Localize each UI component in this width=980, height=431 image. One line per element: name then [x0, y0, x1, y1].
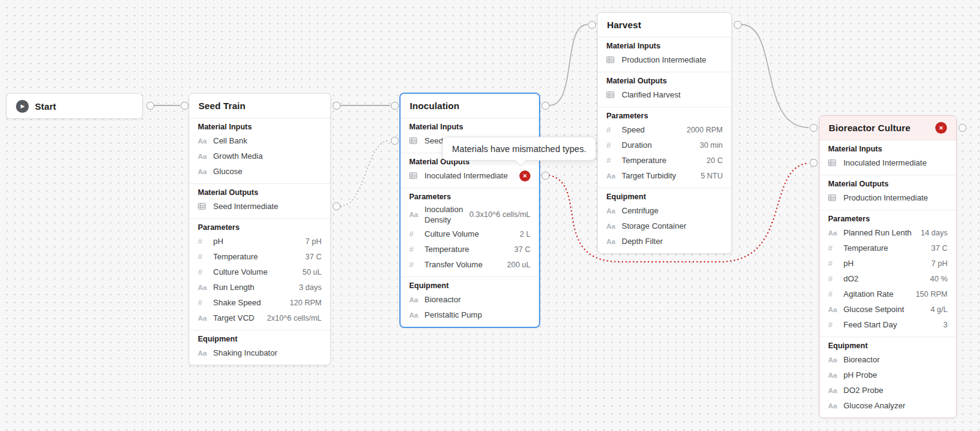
node-bioreactor-culture[interactable]: Bioreactor Culture ✕ Material Inputs Ino…: [819, 115, 957, 418]
row-name: Glucose Analyzer: [843, 400, 948, 411]
row-storage-container[interactable]: Aa Storage Container: [598, 218, 731, 234]
section-material-inputs: Material Inputs Production Intermediate: [598, 37, 731, 72]
number-icon: #: [606, 140, 617, 150]
row-value: 37 C: [306, 253, 322, 261]
row-name: Duration: [622, 140, 695, 150]
port-bioreactor-in-flow[interactable]: [810, 124, 818, 132]
port-inoculation-in-flow[interactable]: [391, 102, 399, 110]
row-name: pH: [213, 236, 301, 246]
node-header[interactable]: Harvest: [598, 13, 731, 37]
row-depth-filter[interactable]: Aa Depth Filter: [598, 234, 731, 249]
port-seed-train-in[interactable]: [181, 102, 189, 110]
node-header[interactable]: Seed Train: [189, 94, 330, 118]
row-ph-probe[interactable]: Aa pH Probe: [820, 367, 956, 383]
port-inoculation-out-material[interactable]: [541, 172, 549, 180]
port-start-out[interactable]: [146, 102, 154, 110]
row-glucose-setpoint[interactable]: Aa Glucose Setpoint 4 g/L: [820, 302, 956, 317]
row-growth-media[interactable]: Aa Growth Media: [189, 148, 330, 164]
row-shaking-incubator[interactable]: Aa Shaking Incubator: [189, 345, 330, 360]
edge-e4[interactable]: [549, 25, 587, 105]
section-label: Parameters: [820, 213, 956, 225]
row-bioreactor[interactable]: Aa Bioreactor: [820, 352, 956, 367]
flow-canvas[interactable]: Materials have mismatched types. ▶ Start…: [0, 0, 980, 431]
row-inoculated-intermediate[interactable]: Inoculated Intermediate: [820, 155, 956, 170]
port-bioreactor-out[interactable]: [959, 124, 967, 132]
edge-e6[interactable]: [742, 25, 809, 128]
row-value: 14 days: [921, 229, 948, 237]
number-icon: #: [409, 245, 420, 254]
row-ph[interactable]: # pH 7 pH: [820, 256, 956, 271]
edge-e3[interactable]: [341, 140, 390, 206]
row-planned-run-lenth[interactable]: Aa Planned Run Lenth 14 days: [820, 225, 956, 240]
row-agitation-rate[interactable]: # Agitation Rate 150 RPM: [820, 286, 956, 302]
row-speed[interactable]: # Speed 2000 RPM: [598, 122, 731, 137]
row-temperature[interactable]: # Temperature 37 C: [820, 240, 956, 256]
node-title: Seed Train: [198, 101, 246, 111]
node-header[interactable]: Bioreactor Culture ✕: [820, 116, 956, 140]
row-name: Speed: [622, 124, 682, 135]
node-seed-train[interactable]: Seed Train Material Inputs Aa Cell Bank …: [189, 93, 331, 365]
node-title: Bioreactor Culture: [829, 123, 911, 133]
row-production-intermediate[interactable]: Production Intermediate: [820, 190, 956, 205]
row-feed-start-day[interactable]: # Feed Start Day 3: [820, 317, 956, 332]
row-clarified-harvest[interactable]: Clarified Harvest: [598, 87, 731, 102]
node-title: Inoculation: [410, 101, 459, 111]
row-temperature[interactable]: # Temperature 37 C: [401, 242, 539, 257]
row-value: 2 L: [520, 230, 530, 238]
row-centrifuge[interactable]: Aa Centrifuge: [598, 203, 731, 218]
port-harvest-in[interactable]: [588, 21, 596, 29]
node-harvest[interactable]: Harvest Material Inputs Production Inter…: [597, 12, 732, 254]
row-value: 3 days: [299, 283, 322, 292]
port-seed-train-out-flow[interactable]: [333, 102, 341, 110]
row-temperature[interactable]: # Temperature 20 C: [598, 153, 731, 168]
node-start[interactable]: ▶ Start: [6, 93, 143, 119]
row-bioreactor[interactable]: Aa Bioreactor: [401, 292, 539, 307]
port-harvest-out[interactable]: [734, 21, 742, 29]
row-glucose-analyzer[interactable]: Aa Glucose Analyzer: [820, 398, 956, 413]
port-inoculation-in-material[interactable]: [391, 137, 399, 145]
row-value: 0.3x10^6 cells/mL: [469, 210, 530, 219]
row-do2[interactable]: # dO2 40 %: [820, 271, 956, 286]
table-icon: [828, 194, 839, 201]
section-label: Parameters: [189, 222, 330, 234]
row-ph[interactable]: # pH 7 pH: [189, 234, 330, 249]
text-icon: Aa: [828, 356, 839, 364]
error-badge-icon[interactable]: ✕: [935, 122, 947, 134]
row-production-intermediate[interactable]: Production Intermediate: [598, 52, 731, 67]
section-label: Equipment: [401, 280, 539, 292]
text-icon: Aa: [828, 229, 839, 237]
row-name: Planned Run Lenth: [843, 227, 916, 238]
row-target-turbidity[interactable]: Aa Target Turbidity 5 NTU: [598, 168, 731, 183]
port-seed-train-out-material[interactable]: [333, 202, 341, 210]
node-inoculation[interactable]: Inoculation Material Inputs Seed Interme…: [400, 93, 540, 327]
row-culture-volume[interactable]: # Culture Volume 2 L: [401, 226, 539, 242]
row-inoculated-intermediate[interactable]: Inoculated Intermediate ✕: [401, 168, 539, 183]
row-name: Inoculation Density: [424, 204, 465, 225]
port-bioreactor-in-material[interactable]: [810, 159, 818, 167]
row-name: pH Probe: [843, 370, 948, 380]
row-seed-intermediate[interactable]: Seed Intermediate: [189, 199, 330, 214]
text-icon: Aa: [828, 372, 839, 379]
row-name: Shake Speed: [213, 297, 285, 308]
row-duration[interactable]: # Duration 30 min: [598, 137, 731, 153]
row-run-length[interactable]: Aa Run Length 3 days: [189, 280, 330, 295]
row-temperature[interactable]: # Temperature 37 C: [189, 249, 330, 264]
row-shake-speed[interactable]: # Shake Speed 120 RPM: [189, 295, 330, 310]
section-label: Material Inputs: [401, 121, 539, 133]
node-header[interactable]: ▶ Start: [7, 94, 142, 118]
row-cell-bank[interactable]: Aa Cell Bank: [189, 133, 330, 148]
row-glucose[interactable]: Aa Glucose: [189, 164, 330, 179]
row-name: Inoculated Intermediate: [424, 170, 515, 181]
text-icon: Aa: [198, 168, 209, 175]
row-culture-volume[interactable]: # Culture Volume 50 uL: [189, 264, 330, 280]
row-transfer-volume[interactable]: # Transfer Volume 200 uL: [401, 257, 539, 272]
row-do2-probe[interactable]: Aa DO2 Probe: [820, 383, 956, 398]
error-badge-icon[interactable]: ✕: [519, 170, 530, 181]
row-name: Production Intermediate: [622, 55, 723, 65]
row-inoculation-density[interactable]: Aa Inoculation Density 0.3x10^6 cells/mL: [401, 203, 539, 226]
number-icon: #: [198, 267, 209, 277]
row-target-vcd[interactable]: Aa Target VCD 2x10^6 cells/mL: [189, 310, 330, 326]
port-inoculation-out-flow[interactable]: [541, 102, 549, 110]
node-header[interactable]: Inoculation: [401, 94, 539, 118]
row-peristaltic-pump[interactable]: Aa Peristaltic Pump: [401, 307, 539, 322]
